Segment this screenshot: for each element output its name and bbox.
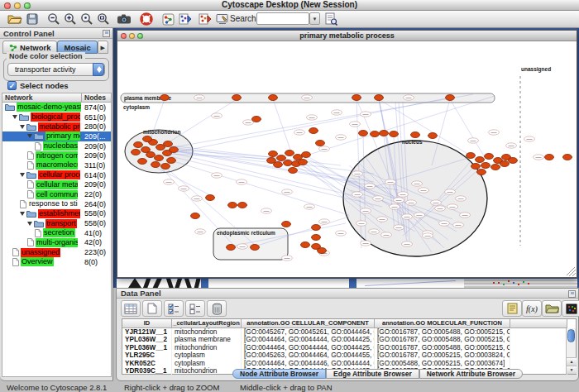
apply-layout-blue-icon[interactable] — [175, 12, 195, 26]
table-cell[interactable]: plasma membrane — [172, 336, 242, 343]
tree-item[interactable]: response to stimulu264(0) — [2, 199, 111, 209]
attribute-table-icon[interactable] — [121, 300, 141, 317]
table-cell[interactable]: mitochondrion — [172, 344, 242, 351]
tree-item[interactable]: cellular process614(0) — [2, 170, 111, 180]
network-node-unselected[interactable] — [304, 204, 315, 209]
network-node-unselected[interactable] — [385, 179, 396, 184]
network-node-unselected[interactable] — [282, 256, 293, 261]
network-node-highlighted[interactable] — [170, 147, 179, 153]
tab-network-attribute-browser[interactable]: Network Attribute Browser — [419, 369, 523, 379]
network-node-highlighted[interactable] — [232, 95, 242, 101]
network-node-highlighted[interactable] — [282, 222, 291, 227]
network-node-unselected[interactable] — [445, 189, 456, 194]
network-node-highlighted[interactable] — [146, 152, 156, 158]
network-node-highlighted[interactable] — [446, 95, 455, 101]
snapshot-camera-icon[interactable] — [114, 12, 134, 26]
tree-header-nodes[interactable]: Nodes — [82, 93, 112, 103]
network-node-highlighted[interactable] — [491, 165, 500, 170]
network-node-unselected[interactable] — [336, 135, 347, 140]
network-node-highlighted[interactable] — [284, 160, 293, 166]
table-cell[interactable]: [GO:0016787, GO:0005488, GO:0005215, G..… — [375, 328, 510, 336]
table-cell[interactable]: mitochondrion — [172, 367, 242, 375]
network-node-unselected[interactable] — [361, 112, 371, 117]
float-panel-icon[interactable] — [568, 290, 576, 298]
network-window-titlebar[interactable]: primary metabolic process — [117, 31, 577, 41]
delete-attribute-icon[interactable] — [207, 300, 227, 317]
unselect-attributes-icon[interactable] — [185, 300, 205, 317]
minimize-icon[interactable] — [129, 33, 135, 39]
network-node-unselected[interactable] — [534, 155, 544, 160]
network-node-highlighted[interactable] — [312, 225, 321, 231]
expander-icon[interactable] — [12, 115, 17, 119]
network-node-highlighted[interactable] — [277, 155, 286, 161]
close-button[interactable] — [4, 2, 11, 9]
network-node-unselected[interactable] — [423, 233, 433, 238]
search-input[interactable] — [256, 12, 309, 25]
network-node-unselected[interactable] — [414, 213, 425, 218]
network-node-highlighted[interactable] — [309, 128, 318, 134]
table-cell[interactable]: [GO:0016787, GO:0005215, GO:0003824, G..… — [375, 351, 510, 359]
network-edge[interactable] — [165, 159, 349, 215]
zoom-button[interactable] — [24, 2, 31, 9]
network-node-highlighted[interactable] — [251, 245, 260, 251]
tree-item[interactable]: biological_process651(0) — [2, 112, 111, 122]
network-node-highlighted[interactable] — [316, 141, 325, 146]
close-icon[interactable] — [121, 33, 127, 39]
network-node-highlighted[interactable] — [545, 155, 554, 160]
table-cell[interactable]: mitochondrion — [172, 328, 242, 336]
network-node-unselected[interactable] — [237, 179, 247, 184]
table-cell[interactable] — [510, 344, 567, 351]
network-node-highlighted[interactable] — [143, 136, 152, 142]
attribute-matrix-icon[interactable] — [562, 300, 579, 317]
column-header[interactable]: annotation.GO CELLULAR_COMPONENT — [242, 319, 375, 328]
network-node-unselected[interactable] — [319, 146, 330, 151]
network-node-highlighted[interactable] — [299, 160, 308, 165]
tree-item[interactable]: nitrogen compo209(0) — [2, 151, 111, 160]
save-session-icon[interactable] — [22, 12, 42, 26]
network-node-unselected[interactable] — [412, 181, 423, 186]
network-node-unselected[interactable] — [439, 221, 450, 226]
network-node-unselected[interactable] — [460, 213, 471, 218]
network-node-unselected[interactable] — [294, 130, 305, 135]
table-cell[interactable]: [GO:0016787, GO:0005488, GO:0005215, G..… — [375, 336, 510, 343]
column-header[interactable]: annotation.GO MOLECULAR_FUNCTION — [375, 319, 510, 328]
tree-item[interactable]: Overview8(0) — [2, 257, 111, 267]
network-node-highlighted[interactable] — [375, 95, 384, 101]
network-node-unselected[interactable] — [398, 192, 409, 197]
network-node-unselected[interactable] — [431, 200, 442, 205]
table-cell[interactable]: [GO:0044464, GO:0044446, GO:0044444, G..… — [242, 360, 375, 367]
network-node-unselected[interactable] — [352, 192, 363, 197]
network-node-unselected[interactable] — [237, 244, 248, 249]
table-cell[interactable] — [510, 328, 567, 336]
scrollbar-thumb[interactable] — [567, 329, 575, 342]
column-header[interactable] — [510, 319, 567, 328]
network-node-unselected[interactable] — [307, 115, 318, 120]
network-node-unselected[interactable] — [319, 219, 330, 224]
network-node-unselected[interactable] — [381, 232, 392, 237]
network-node-unselected[interactable] — [373, 196, 384, 201]
network-node-unselected[interactable] — [419, 188, 429, 193]
network-node-highlighted[interactable] — [155, 155, 164, 161]
table-row[interactable]: YLR295Ccytoplasm[GO:0045263, GO:0044464,… — [122, 351, 576, 359]
network-node-highlighted[interactable] — [485, 154, 494, 160]
node-color-select[interactable]: transporter activity — [7, 63, 105, 76]
table-cell[interactable]: YLR295C — [122, 351, 172, 359]
network-node-highlighted[interactable] — [167, 158, 176, 164]
scroll-up-arrow[interactable]: ▲ — [567, 357, 577, 366]
network-node-highlighted[interactable] — [467, 153, 476, 159]
network-node-highlighted[interactable] — [161, 164, 170, 170]
network-node-highlighted[interactable] — [302, 152, 311, 158]
network-node-highlighted[interactable] — [481, 163, 490, 169]
column-header[interactable]: _cellularLayoutRegion — [172, 319, 242, 328]
select-attributes-icon[interactable] — [164, 300, 184, 317]
select-nodes-checkbox[interactable]: ✓ — [7, 81, 17, 90]
table-cell[interactable]: [GO:0045263, GO:0044464, GO:0044455, G..… — [242, 351, 375, 359]
network-node-unselected[interactable] — [435, 206, 446, 211]
network-node-highlighted[interactable] — [138, 159, 147, 165]
tree-item[interactable]: multi-organism pro42(0) — [2, 238, 111, 248]
table-cell[interactable]: [GO:0045267, GO:0045261, GO:0044464, G..… — [242, 328, 375, 336]
network-node-unselected[interactable] — [361, 241, 371, 246]
network-node-highlighted[interactable] — [500, 161, 510, 167]
new-attribute-icon[interactable] — [142, 300, 162, 317]
tree-item[interactable]: primary metabo209(... — [2, 131, 111, 141]
